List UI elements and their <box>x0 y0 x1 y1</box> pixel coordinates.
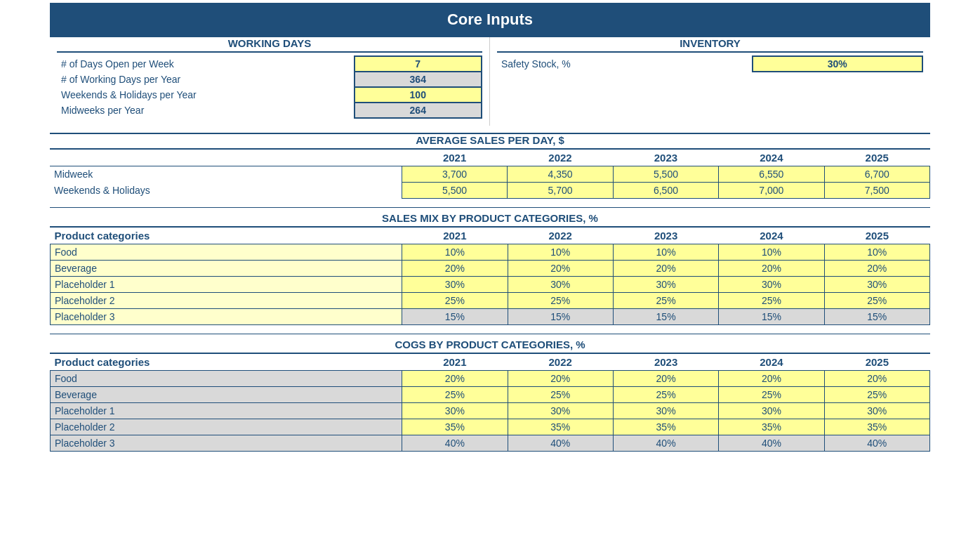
working-days-header: WORKING DAYS <box>57 37 482 53</box>
cogs-value[interactable]: 35% <box>508 419 613 435</box>
cogs-year-header: 2024 <box>719 354 824 371</box>
sm-value[interactable]: 25% <box>613 293 718 309</box>
main-container: Core Inputs WORKING DAYS # of Days Open … <box>50 3 930 452</box>
avg-year-header: 2022 <box>508 150 613 166</box>
sm-value[interactable]: 10% <box>824 244 929 261</box>
avg-row-value[interactable]: 5,500 <box>613 166 718 183</box>
cogs-row: Placeholder 235%35%35%35%35% <box>51 419 930 435</box>
sm-year-header: 2023 <box>613 228 718 244</box>
avg-sales-row: Midweek3,7004,3505,5006,5506,700 <box>50 166 930 183</box>
sm-value[interactable]: 15% <box>613 309 718 325</box>
cogs-row: Placeholder 340%40%40%40%40% <box>51 435 930 452</box>
cogs-cat-label: Placeholder 2 <box>51 419 402 435</box>
sm-value[interactable]: 30% <box>824 277 929 293</box>
sales-mix-col-header: Product categories <box>51 228 402 244</box>
cogs-value[interactable]: 20% <box>824 371 929 387</box>
cogs-year-header: 2023 <box>613 354 718 371</box>
cogs-value[interactable]: 25% <box>508 387 613 403</box>
avg-sales-section: AVERAGE SALES PER DAY, $ 202120222023202… <box>50 133 930 199</box>
sm-value[interactable]: 25% <box>508 293 613 309</box>
wd-label: Weekends & Holidays per Year <box>57 87 355 103</box>
sm-value[interactable]: 30% <box>719 277 824 293</box>
cogs-value[interactable]: 35% <box>824 419 929 435</box>
avg-row-value[interactable]: 5,700 <box>508 183 613 199</box>
cogs-value[interactable]: 20% <box>613 371 718 387</box>
cogs-value[interactable]: 30% <box>719 403 824 419</box>
cogs-value[interactable]: 25% <box>402 387 508 403</box>
cogs-value[interactable]: 20% <box>508 371 613 387</box>
wd-value[interactable]: 364 <box>355 72 482 87</box>
cogs-value[interactable]: 25% <box>613 387 718 403</box>
sm-cat-label: Placeholder 2 <box>51 293 402 309</box>
sm-value[interactable]: 20% <box>719 261 824 277</box>
avg-row-value[interactable]: 5,500 <box>402 183 507 199</box>
cogs-value[interactable]: 20% <box>719 371 824 387</box>
cogs-value[interactable]: 35% <box>613 419 718 435</box>
cogs-value[interactable]: 20% <box>402 371 508 387</box>
sm-value[interactable]: 20% <box>613 261 718 277</box>
cogs-value[interactable]: 40% <box>824 435 929 452</box>
working-days-section: WORKING DAYS # of Days Open per Week7# o… <box>50 37 490 126</box>
wd-value[interactable]: 7 <box>355 56 482 72</box>
sm-cat-label: Placeholder 1 <box>51 277 402 293</box>
cogs-value[interactable]: 40% <box>508 435 613 452</box>
cogs-value[interactable]: 35% <box>402 419 508 435</box>
cogs-value[interactable]: 30% <box>508 403 613 419</box>
sm-cat-label: Placeholder 3 <box>51 309 402 325</box>
sm-row: Placeholder 225%25%25%25%25% <box>51 293 930 309</box>
inventory-section: INVENTORY Safety Stock, % 30% <box>490 37 930 126</box>
cogs-cat-label: Placeholder 3 <box>51 435 402 452</box>
cogs-value[interactable]: 30% <box>402 403 508 419</box>
avg-row-value[interactable]: 6,500 <box>613 183 718 199</box>
sm-value[interactable]: 30% <box>613 277 718 293</box>
cogs-value[interactable]: 30% <box>613 403 718 419</box>
sm-row: Beverage20%20%20%20%20% <box>51 261 930 277</box>
avg-row-value[interactable]: 6,550 <box>719 166 824 183</box>
sm-value[interactable]: 20% <box>824 261 929 277</box>
cogs-value[interactable]: 40% <box>719 435 824 452</box>
wd-value[interactable]: 264 <box>355 103 482 118</box>
avg-sales-row: Weekends & Holidays5,5005,7006,5007,0007… <box>50 183 930 199</box>
sm-value[interactable]: 20% <box>508 261 613 277</box>
sm-cat-label: Beverage <box>51 261 402 277</box>
sm-value[interactable]: 30% <box>508 277 613 293</box>
avg-row-value[interactable]: 7,500 <box>824 183 929 199</box>
sm-value[interactable]: 15% <box>402 309 508 325</box>
cogs-value[interactable]: 25% <box>719 387 824 403</box>
sm-value[interactable]: 15% <box>508 309 613 325</box>
sm-value[interactable]: 15% <box>719 309 824 325</box>
sm-value[interactable]: 15% <box>824 309 929 325</box>
sm-value[interactable]: 30% <box>402 277 508 293</box>
sm-cat-label: Food <box>51 244 402 261</box>
cogs-col-header: Product categories <box>51 354 402 371</box>
inventory-row: Safety Stock, % 30% <box>497 56 922 72</box>
working-days-table: # of Days Open per Week7# of Working Day… <box>57 55 482 119</box>
sales-mix-section: SALES MIX BY PRODUCT CATEGORIES, % Produ… <box>50 207 930 325</box>
cogs-header-row: Product categories 20212022202320242025 <box>51 354 930 371</box>
avg-row-value[interactable]: 4,350 <box>508 166 613 183</box>
avg-year-header: 2025 <box>824 150 929 166</box>
avg-row-value[interactable]: 3,700 <box>402 166 507 183</box>
sm-value[interactable]: 10% <box>719 244 824 261</box>
cogs-value[interactable]: 25% <box>824 387 929 403</box>
cogs-value[interactable]: 30% <box>824 403 929 419</box>
sm-year-header: 2021 <box>402 228 508 244</box>
sm-value[interactable]: 10% <box>508 244 613 261</box>
sm-value[interactable]: 10% <box>402 244 508 261</box>
sm-value[interactable]: 20% <box>402 261 508 277</box>
sales-mix-table: Product categories 20212022202320242025 … <box>50 228 930 325</box>
cogs-value[interactable]: 40% <box>402 435 508 452</box>
sm-value[interactable]: 25% <box>824 293 929 309</box>
avg-row-value[interactable]: 6,700 <box>824 166 929 183</box>
cogs-year-header: 2025 <box>824 354 929 371</box>
avg-row-value[interactable]: 7,000 <box>719 183 824 199</box>
sm-value[interactable]: 25% <box>402 293 508 309</box>
wd-value[interactable]: 100 <box>355 87 482 103</box>
inventory-table: Safety Stock, % 30% <box>497 55 923 72</box>
cogs-row: Beverage25%25%25%25%25% <box>51 387 930 403</box>
safety-stock-value[interactable]: 30% <box>753 56 922 72</box>
sm-value[interactable]: 10% <box>613 244 718 261</box>
sm-value[interactable]: 25% <box>719 293 824 309</box>
cogs-value[interactable]: 35% <box>719 419 824 435</box>
cogs-value[interactable]: 40% <box>613 435 718 452</box>
